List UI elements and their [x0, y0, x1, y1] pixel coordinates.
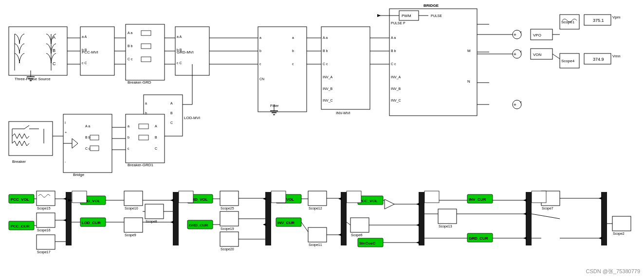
svg-rect-269 [271, 191, 286, 203]
svg-text:c: c [128, 147, 129, 150]
svg-text:b  B: b B [177, 48, 182, 52]
svg-text:Scope7: Scope7 [542, 207, 553, 210]
svg-text:C: C [53, 61, 56, 66]
svg-text:Scope15: Scope15 [37, 207, 51, 210]
svg-text:B  b: B b [323, 49, 328, 52]
svg-rect-261 [612, 216, 631, 231]
svg-text:A: A [53, 35, 55, 40]
svg-text:b: b [292, 49, 294, 52]
svg-text:c: c [292, 62, 294, 66]
svg-text:A  a: A a [85, 124, 90, 128]
svg-text:a: a [292, 36, 294, 39]
svg-rect-30 [141, 57, 151, 62]
svg-text:BRIDGE: BRIDGE [423, 3, 439, 8]
svg-text:Scope17: Scope17 [37, 250, 51, 254]
svg-text:PCC_VOL: PCC_VOL [11, 197, 29, 202]
svg-text:Breaker-GRD: Breaker-GRD [128, 80, 151, 85]
svg-text:M: M [467, 49, 471, 53]
svg-text:INV_A: INV_A [391, 75, 401, 79]
svg-text:Bridge: Bridge [73, 173, 85, 177]
svg-text:C  c: C c [128, 57, 133, 61]
svg-rect-162 [139, 135, 148, 140]
svg-rect-161 [139, 124, 148, 129]
svg-text:B: B [53, 48, 55, 53]
svg-text:Three-Phase Source: Three-Phase Source [15, 77, 51, 81]
svg-text:Scope20: Scope20 [221, 247, 234, 251]
svg-rect-267 [72, 191, 87, 203]
svg-text:a: a [145, 102, 147, 105]
svg-text:A  a: A a [391, 36, 396, 39]
svg-text:Scope13: Scope13 [439, 225, 452, 228]
svg-text:VON: VON [533, 52, 542, 57]
svg-text:a  A: a A [82, 35, 87, 38]
svg-text:a: a [128, 124, 129, 128]
svg-rect-52 [258, 27, 307, 112]
svg-text:B  b: B b [85, 136, 91, 139]
svg-rect-82 [389, 9, 477, 116]
svg-text:c  C: c C [82, 61, 87, 65]
svg-text:c  C: c C [177, 61, 182, 65]
svg-text:c: c [259, 62, 261, 66]
svg-text:INV_CUR: INV_CUR [277, 221, 294, 225]
svg-text:I: I [65, 121, 66, 124]
svg-text:PCC_VOL: PCC_VOL [359, 199, 378, 203]
svg-text:N: N [467, 79, 470, 84]
svg-rect-191 [124, 218, 143, 232]
svg-rect-148 [90, 135, 99, 140]
svg-text:PULSE: PULSE [431, 14, 442, 17]
svg-text:PCC_CUR: PCC_CUR [11, 224, 30, 228]
svg-text:v: v [520, 100, 522, 104]
svg-rect-28 [141, 31, 151, 35]
svg-text:PWM: PWM [402, 14, 411, 18]
svg-rect-1 [9, 27, 67, 75]
svg-text:Scope1: Scope1 [561, 20, 575, 24]
svg-rect-149 [90, 146, 99, 151]
svg-text:C  c: C c [391, 62, 396, 66]
diagram-container: A B C Three-Phase Source PCC-MVI a A b B… [0, 0, 644, 279]
svg-text:A  a: A a [323, 36, 328, 39]
svg-rect-268 [179, 191, 193, 203]
svg-text:INV_CUR: INV_CUR [469, 197, 486, 202]
svg-rect-174 [37, 191, 55, 206]
svg-rect-189 [124, 191, 143, 206]
svg-rect-193 [145, 204, 164, 219]
svg-text:SinCosC: SinCosC [359, 241, 376, 245]
svg-text:374.9: 374.9 [593, 57, 604, 62]
svg-text:Breaker: Breaker [12, 159, 26, 164]
svg-rect-238 [350, 218, 369, 232]
svg-rect-209 [220, 191, 239, 206]
svg-text:C: C [155, 147, 157, 150]
svg-text:LOD-MVI: LOD-MVI [184, 116, 200, 120]
svg-rect-176 [37, 213, 55, 227]
svg-text:Scope2: Scope2 [613, 232, 625, 236]
svg-text:Filter: Filter [270, 104, 279, 108]
svg-rect-29 [141, 44, 151, 49]
svg-text:GRD_CUR: GRD_CUR [469, 236, 488, 241]
svg-text:Scope16: Scope16 [37, 228, 51, 232]
svg-text:Vmn: Vmn [612, 54, 620, 58]
svg-text:b  B: b B [82, 48, 87, 52]
svg-text:v: v [520, 50, 522, 53]
svg-text:a  A: a A [177, 35, 182, 38]
svg-text:+: + [514, 32, 516, 37]
svg-text:Scope4: Scope4 [561, 59, 575, 63]
svg-text:A: A [170, 102, 173, 105]
svg-text:C  c: C c [323, 62, 328, 66]
svg-text:INV_A: INV_A [323, 75, 333, 79]
svg-text:B: B [155, 136, 157, 139]
svg-rect-130 [9, 122, 53, 156]
svg-text:b: b [128, 136, 129, 139]
svg-text:LOD_CUR: LOD_CUR [82, 221, 101, 225]
svg-rect-271 [424, 191, 439, 203]
svg-text:Scope6: Scope6 [351, 233, 363, 237]
svg-rect-272 [532, 191, 546, 203]
svg-text:+: + [514, 102, 516, 107]
svg-text:A: A [155, 124, 157, 128]
svg-text:VPO: VPO [533, 33, 541, 37]
svg-text:INV-MVI: INV-MVI [336, 111, 350, 115]
svg-rect-213 [220, 232, 239, 246]
watermark: CSDN @张_75380779 [586, 268, 640, 275]
svg-text:INV_B: INV_B [323, 87, 333, 91]
svg-text:PULSE  P: PULSE P [391, 21, 405, 25]
svg-text:375.1: 375.1 [593, 18, 604, 23]
